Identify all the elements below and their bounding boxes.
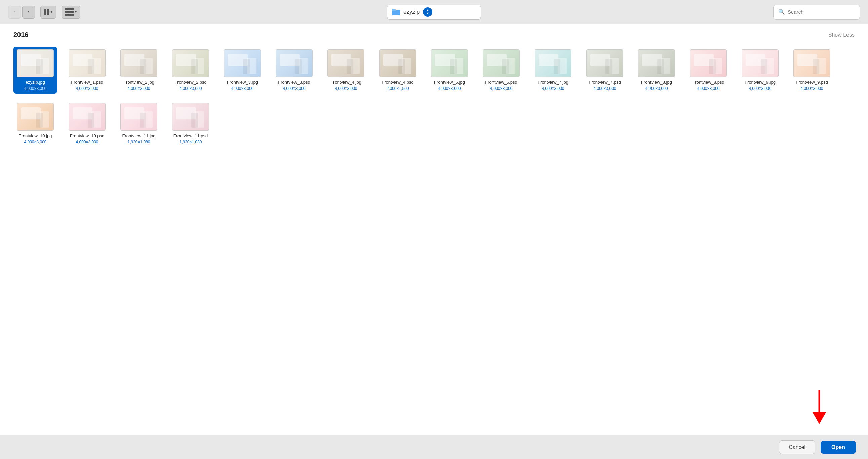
file-grid: ezyzip.jpg4,000×3,000Frontview_1.psd4,00… [13,47,855,147]
file-dimensions: 4,000×3,000 [749,86,771,91]
file-item[interactable]: Frontview_5.psd4,000×3,000 [479,47,523,93]
file-item[interactable]: Frontview_5.jpg4,000×3,000 [428,47,471,93]
cancel-button[interactable]: Cancel [779,440,815,454]
file-item[interactable]: Frontview_9.psd4,000×3,000 [790,47,834,93]
file-thumbnail [328,50,364,77]
file-item[interactable]: Frontview_2.jpg4,000×3,000 [117,47,161,93]
file-thumbnail [172,103,209,131]
file-dimensions: 4,000×3,000 [335,86,357,91]
folder-icon [392,9,400,16]
file-item[interactable]: Frontview_4.jpg4,000×3,000 [324,47,368,93]
file-thumbnail [483,50,520,77]
file-name: Frontview_10.jpg [19,133,52,139]
file-item[interactable]: Frontview_1.psd4,000×3,000 [65,47,109,93]
view-toggle-button[interactable]: ▾ [40,6,56,19]
file-name: Frontview_5.jpg [434,80,465,85]
file-dimensions: 4,000×3,000 [541,86,564,91]
file-item[interactable]: Frontview_2.psd4,000×3,000 [169,47,213,93]
file-name: ezyzip.jpg [26,80,45,85]
stepper-down-icon: ▼ [426,12,429,15]
file-thumbnail [224,50,261,77]
file-dimensions: 4,000×3,000 [75,86,98,91]
file-name: Frontview_4.jpg [331,80,362,85]
search-icon: 🔍 [778,9,785,15]
file-dimensions: 4,000×3,000 [231,86,253,91]
file-thumbnail [690,50,727,77]
file-thumbnail [172,50,209,77]
file-dimensions: 4,000×3,000 [593,86,616,91]
back-icon: ‹ [13,9,15,15]
large-grid-icon [65,8,73,16]
show-less-button[interactable]: Show Less [828,32,855,38]
file-item[interactable]: Frontview_11.psd1,920×1,080 [169,100,213,147]
forward-button[interactable]: › [22,6,35,19]
file-thumbnail [638,50,675,77]
file-name: Frontview_9.jpg [745,80,776,85]
search-input[interactable] [788,9,855,15]
stepper-arrows: ▲ ▼ [426,9,429,15]
file-name: Frontview_2.jpg [123,80,154,85]
file-thumbnail [69,50,105,77]
open-button[interactable]: Open [820,441,856,454]
file-thumbnail [69,103,105,131]
file-dimensions: 4,000×3,000 [800,86,823,91]
file-name: Frontview_5.psd [485,80,517,85]
location-stepper[interactable]: ▲ ▼ [423,7,432,17]
file-dimensions: 4,000×3,000 [24,140,46,144]
nav-buttons: ‹ › [8,6,35,19]
chevron-down-icon: ▾ [51,10,53,14]
file-name: Frontview_1.psd [71,80,103,85]
file-item[interactable]: Frontview_7.psd4,000×3,000 [583,47,627,93]
file-dimensions: 4,000×3,000 [697,86,719,91]
location-bar: ezyzip ▲ ▼ [387,5,481,20]
view-size-button[interactable]: ▾ [62,6,80,19]
file-thumbnail [431,50,468,77]
section-header: 2016 Show Less [13,31,855,39]
file-item[interactable]: Frontview_3.jpg4,000×3,000 [220,47,264,93]
file-name: Frontview_7.psd [589,80,621,85]
file-item[interactable]: Frontview_10.psd4,000×3,000 [65,100,109,147]
file-item[interactable]: Frontview_3.psd4,000×3,000 [272,47,316,93]
file-item[interactable]: Frontview_9.jpg4,000×3,000 [738,47,782,93]
forward-icon: › [28,9,29,15]
file-thumbnail [534,50,571,77]
file-dimensions: 4,000×3,000 [283,86,305,91]
back-button[interactable]: ‹ [8,6,21,19]
file-name: Frontview_2.psd [175,80,207,85]
file-name: Frontview_11.psd [174,133,208,139]
file-item[interactable]: Frontview_8.psd4,000×3,000 [686,47,730,93]
file-thumbnail [17,103,54,131]
file-item[interactable]: Frontview_4.psd2,000×1,500 [376,47,420,93]
content-area: 2016 Show Less ezyzip.jpg4,000×3,000Fron… [0,24,868,435]
file-dimensions: 4,000×3,000 [490,86,512,91]
file-thumbnail [586,50,623,77]
file-item[interactable]: Frontview_10.jpg4,000×3,000 [13,100,57,147]
file-thumbnail [17,50,54,77]
file-dimensions: 4,000×3,000 [127,86,150,91]
file-name: Frontview_8.jpg [641,80,672,85]
file-item[interactable]: ezyzip.jpg4,000×3,000 [13,47,57,93]
file-name: Frontview_3.psd [278,80,310,85]
section-year: 2016 [13,31,29,39]
location-text: ezyzip [403,9,420,16]
file-dimensions: 1,920×1,080 [179,140,202,144]
file-dimensions: 4,000×3,000 [645,86,668,91]
stepper-up-icon: ▲ [426,9,429,12]
file-dimensions: 4,000×3,000 [179,86,202,91]
file-thumbnail [276,50,313,77]
file-thumbnail [120,50,157,77]
file-name: Frontview_10.psd [70,133,104,139]
file-item[interactable]: Frontview_8.jpg4,000×3,000 [635,47,678,93]
bottom-bar: Cancel Open [0,435,868,459]
file-item[interactable]: Frontview_7.jpg4,000×3,000 [531,47,575,93]
file-name: Frontview_3.jpg [227,80,258,85]
file-thumbnail [742,50,779,77]
toolbar: ‹ › ▾ ▾ ezyzip ▲ ▼ 🔍 [0,0,868,24]
file-dimensions: 4,000×3,000 [75,140,98,144]
file-name: Frontview_9.psd [796,80,828,85]
file-name: Frontview_7.jpg [537,80,568,85]
file-name: Frontview_11.jpg [122,133,156,139]
file-item[interactable]: Frontview_11.jpg1,920×1,080 [117,100,161,147]
file-name: Frontview_8.psd [692,80,724,85]
file-thumbnail [794,50,830,77]
